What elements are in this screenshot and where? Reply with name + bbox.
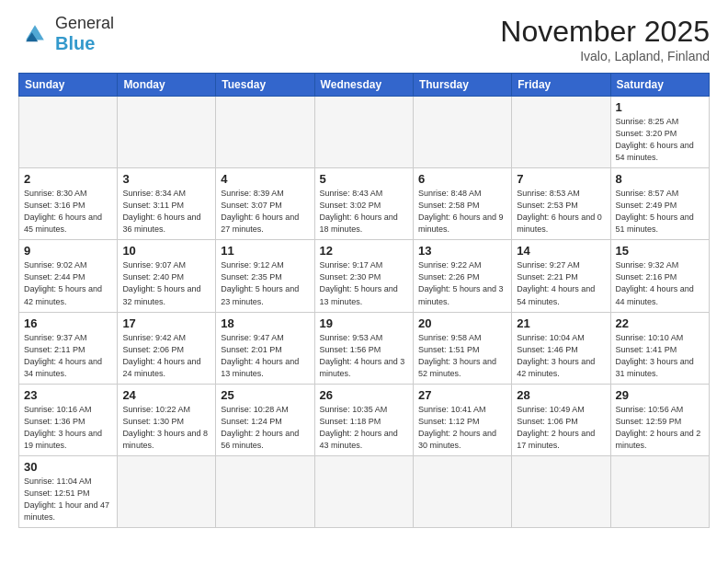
day-info: Sunrise: 10:22 AM Sunset: 1:30 PM Daylig…	[122, 404, 210, 452]
calendar-cell: 16Sunrise: 9:37 AM Sunset: 2:11 PM Dayli…	[19, 312, 118, 384]
day-info: Sunrise: 10:04 AM Sunset: 1:46 PM Daylig…	[517, 332, 605, 380]
day-info: Sunrise: 9:22 AM Sunset: 2:26 PM Dayligh…	[418, 259, 506, 307]
calendar-week-2: 2Sunrise: 8:30 AM Sunset: 3:16 PM Daylig…	[19, 168, 710, 240]
calendar-body: 1Sunrise: 8:25 AM Sunset: 3:20 PM Daylig…	[19, 97, 710, 528]
day-number: 9	[24, 244, 112, 258]
day-info: Sunrise: 10:10 AM Sunset: 1:41 PM Daylig…	[616, 332, 704, 380]
calendar-cell: 17Sunrise: 9:42 AM Sunset: 2:06 PM Dayli…	[118, 312, 216, 384]
calendar-cell: 10Sunrise: 9:07 AM Sunset: 2:40 PM Dayli…	[118, 240, 216, 312]
calendar-week-5: 23Sunrise: 10:16 AM Sunset: 1:36 PM Dayl…	[19, 384, 710, 455]
weekday-header-friday: Friday	[512, 74, 610, 97]
day-info: Sunrise: 8:43 AM Sunset: 3:02 PM Dayligh…	[320, 188, 408, 236]
calendar-cell	[216, 455, 314, 527]
calendar-cell	[19, 97, 118, 168]
logo: GeneralBlue	[18, 15, 114, 54]
calendar-cell: 25Sunrise: 10:28 AM Sunset: 1:24 PM Dayl…	[216, 384, 314, 455]
calendar-cell: 11Sunrise: 9:12 AM Sunset: 2:35 PM Dayli…	[216, 240, 314, 312]
day-info: Sunrise: 10:49 AM Sunset: 1:06 PM Daylig…	[517, 404, 605, 452]
day-number: 13	[418, 244, 506, 258]
day-number: 18	[221, 316, 309, 330]
calendar-cell: 23Sunrise: 10:16 AM Sunset: 1:36 PM Dayl…	[19, 384, 118, 455]
calendar-cell	[512, 97, 610, 168]
day-info: Sunrise: 9:32 AM Sunset: 2:16 PM Dayligh…	[616, 259, 704, 307]
calendar-cell	[413, 97, 511, 168]
calendar-cell: 1Sunrise: 8:25 AM Sunset: 3:20 PM Daylig…	[610, 97, 709, 168]
day-number: 1	[616, 100, 704, 114]
weekday-header-sunday: Sunday	[19, 74, 118, 97]
day-number: 17	[122, 316, 210, 330]
day-number: 26	[320, 388, 408, 402]
calendar-cell: 6Sunrise: 8:48 AM Sunset: 2:58 PM Daylig…	[413, 168, 511, 240]
calendar-week-3: 9Sunrise: 9:02 AM Sunset: 2:44 PM Daylig…	[19, 240, 710, 312]
calendar-cell: 30Sunrise: 11:04 AM Sunset: 12:51 PM Day…	[19, 455, 118, 527]
calendar-cell: 27Sunrise: 10:41 AM Sunset: 1:12 PM Dayl…	[413, 384, 511, 455]
day-number: 22	[616, 316, 704, 330]
day-number: 4	[221, 172, 309, 186]
header: GeneralBlue November 2025 Ivalo, Lapland…	[18, 15, 710, 63]
day-info: Sunrise: 8:53 AM Sunset: 2:53 PM Dayligh…	[517, 188, 605, 236]
day-number: 25	[221, 388, 309, 402]
day-info: Sunrise: 8:25 AM Sunset: 3:20 PM Dayligh…	[616, 116, 704, 164]
weekday-header-wednesday: Wednesday	[314, 74, 413, 97]
calendar-cell: 5Sunrise: 8:43 AM Sunset: 3:02 PM Daylig…	[314, 168, 413, 240]
title-area: November 2025 Ivalo, Lapland, Finland	[500, 15, 710, 63]
day-info: Sunrise: 8:48 AM Sunset: 2:58 PM Dayligh…	[418, 188, 506, 236]
calendar-cell	[118, 455, 216, 527]
day-number: 11	[221, 244, 309, 258]
calendar-cell	[118, 97, 216, 168]
day-number: 29	[616, 388, 704, 402]
day-number: 21	[517, 316, 605, 330]
day-number: 3	[122, 172, 210, 186]
calendar-cell: 2Sunrise: 8:30 AM Sunset: 3:16 PM Daylig…	[19, 168, 118, 240]
calendar-cell: 14Sunrise: 9:27 AM Sunset: 2:21 PM Dayli…	[512, 240, 610, 312]
day-info: Sunrise: 9:42 AM Sunset: 2:06 PM Dayligh…	[122, 332, 210, 380]
day-number: 30	[24, 460, 112, 474]
day-info: Sunrise: 8:30 AM Sunset: 3:16 PM Dayligh…	[24, 188, 112, 236]
calendar-cell: 20Sunrise: 9:58 AM Sunset: 1:51 PM Dayli…	[413, 312, 511, 384]
calendar-cell	[413, 455, 511, 527]
day-info: Sunrise: 8:57 AM Sunset: 2:49 PM Dayligh…	[616, 188, 704, 236]
day-info: Sunrise: 10:56 AM Sunset: 12:59 PM Dayli…	[616, 404, 704, 452]
day-info: Sunrise: 9:37 AM Sunset: 2:11 PM Dayligh…	[24, 332, 112, 380]
calendar-cell	[216, 97, 314, 168]
day-number: 23	[24, 388, 112, 402]
day-number: 19	[320, 316, 408, 330]
day-info: Sunrise: 10:16 AM Sunset: 1:36 PM Daylig…	[24, 404, 112, 452]
day-info: Sunrise: 9:27 AM Sunset: 2:21 PM Dayligh…	[517, 259, 605, 307]
calendar-cell: 12Sunrise: 9:17 AM Sunset: 2:30 PM Dayli…	[314, 240, 413, 312]
day-number: 14	[517, 244, 605, 258]
day-number: 7	[517, 172, 605, 186]
day-info: Sunrise: 9:07 AM Sunset: 2:40 PM Dayligh…	[122, 259, 210, 307]
day-info: Sunrise: 9:02 AM Sunset: 2:44 PM Dayligh…	[24, 259, 112, 307]
weekday-header-thursday: Thursday	[413, 74, 511, 97]
day-info: Sunrise: 10:35 AM Sunset: 1:18 PM Daylig…	[320, 404, 408, 452]
calendar-cell	[610, 455, 709, 527]
calendar-week-1: 1Sunrise: 8:25 AM Sunset: 3:20 PM Daylig…	[19, 97, 710, 168]
day-number: 27	[418, 388, 506, 402]
day-info: Sunrise: 11:04 AM Sunset: 12:51 PM Dayli…	[24, 476, 112, 523]
calendar-week-4: 16Sunrise: 9:37 AM Sunset: 2:11 PM Dayli…	[19, 312, 710, 384]
calendar-cell: 4Sunrise: 8:39 AM Sunset: 3:07 PM Daylig…	[216, 168, 314, 240]
calendar-cell: 13Sunrise: 9:22 AM Sunset: 2:26 PM Dayli…	[413, 240, 511, 312]
day-number: 8	[616, 172, 704, 186]
day-info: Sunrise: 9:17 AM Sunset: 2:30 PM Dayligh…	[320, 259, 408, 307]
calendar-cell: 26Sunrise: 10:35 AM Sunset: 1:18 PM Dayl…	[314, 384, 413, 455]
day-info: Sunrise: 9:53 AM Sunset: 1:56 PM Dayligh…	[320, 332, 408, 380]
calendar-cell: 8Sunrise: 8:57 AM Sunset: 2:49 PM Daylig…	[610, 168, 709, 240]
page: GeneralBlue November 2025 Ivalo, Lapland…	[0, 0, 728, 543]
day-info: Sunrise: 10:28 AM Sunset: 1:24 PM Daylig…	[221, 404, 309, 452]
day-number: 12	[320, 244, 408, 258]
calendar-cell: 29Sunrise: 10:56 AM Sunset: 12:59 PM Day…	[610, 384, 709, 455]
day-number: 10	[122, 244, 210, 258]
logo-text: GeneralBlue	[55, 15, 114, 54]
day-number: 20	[418, 316, 506, 330]
calendar-week-6: 30Sunrise: 11:04 AM Sunset: 12:51 PM Day…	[19, 455, 710, 527]
weekday-header-saturday: Saturday	[610, 74, 709, 97]
day-info: Sunrise: 10:41 AM Sunset: 1:12 PM Daylig…	[418, 404, 506, 452]
logo-icon	[18, 17, 51, 51]
calendar-cell: 18Sunrise: 9:47 AM Sunset: 2:01 PM Dayli…	[216, 312, 314, 384]
calendar-cell	[314, 97, 413, 168]
day-number: 24	[122, 388, 210, 402]
calendar-table: SundayMondayTuesdayWednesdayThursdayFrid…	[18, 73, 710, 528]
day-info: Sunrise: 8:34 AM Sunset: 3:11 PM Dayligh…	[122, 188, 210, 236]
